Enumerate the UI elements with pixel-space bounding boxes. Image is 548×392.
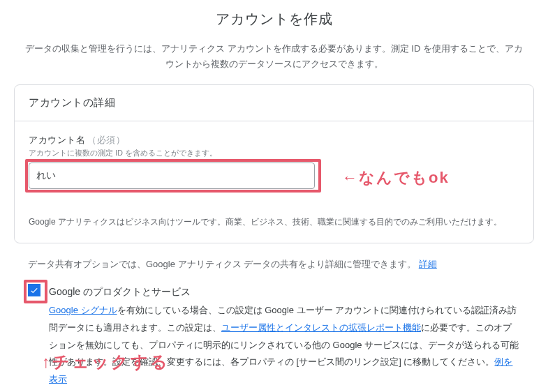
account-name-input[interactable] [29,163,315,189]
card-header: アカウントの詳細 [15,85,533,121]
user-attribute-link[interactable]: ユーザー属性とインタレストの拡張レポート機能 [221,322,421,333]
data-sharing-option-row: Google のプロダクトとサービス Google シグナルを有効にしている場合… [14,273,534,389]
google-products-checkbox[interactable] [28,284,40,296]
data-sharing-section: データ共有オプションでは、Google アナリティクス データの共有をより詳細に… [14,256,534,388]
account-name-label: アカウント名（必須） [29,134,519,146]
data-sharing-intro: データ共有オプションでは、Google アナリティクス データの共有をより詳細に… [28,259,416,269]
page-subtitle: データの収集と管理を行うには、アナリティクス アカウントを作成する必要があります… [14,41,534,72]
details-link[interactable]: 詳細 [419,259,437,269]
account-name-hint: アカウントに複数の測定 ID を含めることができます。 [29,148,519,158]
page-title: アカウントを作成 [14,10,534,29]
option-description: Google シグナルを有効にしている場合、この設定は Google ユーザー … [49,302,520,388]
google-signal-link[interactable]: Google シグナル [49,305,117,315]
account-details-card: アカウントの詳細 アカウント名（必須） アカウントに複数の測定 ID を含めるこ… [14,84,534,243]
account-footnote: Google アナリティクスはビジネス向けツールです。商業、ビジネス、技術、職業… [29,216,519,229]
option-title: Google のプロダクトとサービス [49,282,520,301]
check-icon [29,285,39,295]
account-name-label-text: アカウント名 [29,135,85,145]
required-indicator: （必須） [87,135,125,145]
